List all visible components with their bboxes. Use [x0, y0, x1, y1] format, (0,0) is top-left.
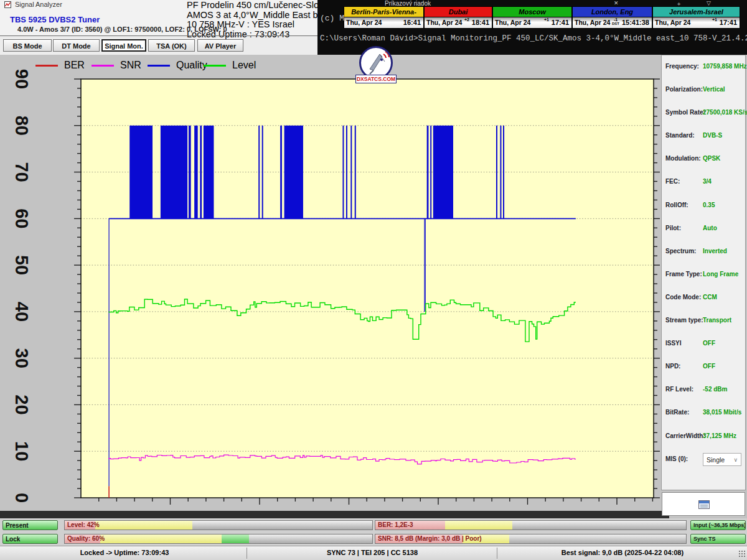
gauge-quality: Quality: 60%	[64, 534, 373, 544]
param-row-rf-level-: RF Level:-52 dBm	[662, 378, 745, 401]
clock-date: Thu, Apr 24	[426, 19, 462, 26]
save-button[interactable]	[662, 492, 745, 516]
param-value: DVB-S	[703, 132, 722, 139]
y-axis-label: 70	[12, 162, 32, 182]
tab-bs-mode[interactable]: BS Mode	[3, 39, 52, 52]
tab-signal-mon-[interactable]: Signal Mon.	[101, 39, 146, 52]
clock-time-row: Thu, Apr 24+117:41	[492, 17, 572, 29]
clock-city: London, Eng	[572, 6, 652, 17]
legend-label: BER	[64, 60, 85, 71]
param-label: NPD:	[665, 363, 680, 370]
quality-spike-block	[355, 126, 356, 219]
quality-spike-block	[258, 126, 260, 219]
y-axis-label: 30	[12, 348, 32, 368]
param-row-frame-type-: Frame Type:Long Frame	[662, 263, 745, 286]
param-row-modulation-: Modulation:QPSK	[662, 147, 745, 170]
legend-swatch	[204, 65, 226, 67]
param-row-npd-: NPD:OFF	[662, 355, 745, 378]
param-label: Standard:	[665, 132, 695, 139]
quality-spike-block	[496, 126, 497, 219]
resize-grip[interactable]	[738, 550, 746, 558]
y-axis-label: 40	[12, 302, 32, 322]
param-value: Long Frame	[703, 271, 738, 278]
quality-spike-block	[346, 126, 347, 219]
console-prompt-line[interactable]: C:\Users\Roman Dávid>Signal Monitoring_P…	[320, 34, 747, 43]
clock-london-eng: London, EngThu, Apr 24-1DST15:41:38	[572, 6, 652, 29]
tuner-title: TBS 5925 DVBS2 Tuner	[10, 15, 100, 24]
status-best-signal: Best signal: 9,0 dB (2025-04-22 04:08)	[505, 549, 740, 556]
legend-label: Quality	[176, 60, 207, 71]
param-value: Inverted	[703, 248, 727, 254]
clock-time: 16:41	[403, 19, 421, 26]
clock-jerusalem-israel: Jerusalem-IsraelThu, Apr 24+117:41	[652, 6, 740, 29]
param-label: Frame Type:	[665, 271, 702, 278]
gauge-fill	[100, 534, 222, 543]
clock-utc-offset: +1	[712, 17, 717, 22]
legend-label: SNR	[120, 60, 141, 71]
status-uptime: Locked -> Uptime: 73:09:43	[12, 549, 237, 556]
param-label: BitRate:	[665, 409, 689, 416]
param-label: RollOff:	[665, 202, 688, 208]
clock-utc-offset: +1	[544, 17, 549, 22]
param-value: Transport	[703, 317, 731, 324]
tab-av-player[interactable]: AV Player	[197, 39, 243, 52]
clock-time-row: Thu, Apr 24-1DST15:41:38	[572, 17, 652, 29]
param-label: Modulation:	[665, 155, 701, 162]
dropdown-icon[interactable]: ▽	[707, 0, 711, 6]
status-pill-lock: Lock	[2, 534, 58, 544]
param-label: MIS (0):	[665, 455, 688, 462]
status-separator	[497, 548, 497, 559]
quality-spike-block	[280, 126, 282, 219]
param-row-polarization-: Polarization:Vertical	[662, 78, 745, 101]
y-axis-label: 10	[12, 441, 32, 461]
param-value: 27500,018 KS/s	[703, 109, 747, 116]
clock-time: 17:41	[552, 19, 569, 26]
clock-time: 15:41:38	[622, 19, 649, 26]
gauge-fill	[95, 521, 192, 530]
param-label: Symbol Rate:	[665, 109, 705, 116]
tab-dt-mode[interactable]: DT Mode	[53, 39, 100, 52]
param-value: Auto	[703, 225, 717, 231]
console-copyright-fragment: (c) M	[320, 14, 344, 23]
quality-spike-block	[200, 126, 202, 219]
quality-spike-block	[427, 126, 429, 219]
mis-select[interactable]: Single∨	[703, 453, 741, 466]
legend-swatch	[92, 65, 114, 67]
legend-label: Level	[232, 60, 256, 71]
chart-bottom-edge	[0, 511, 669, 518]
param-label: Polarization:	[665, 86, 703, 93]
clock-utc-offset: +2	[464, 17, 469, 22]
param-value: CCM	[703, 294, 717, 301]
legend-item-quality: Quality	[148, 58, 201, 72]
tab-tsa-ok-[interactable]: TSA (OK)	[148, 39, 195, 52]
annotation-line-2: AMOS 3 at 4,0°W_Middle East beam	[187, 11, 340, 21]
gauge-ber: BER: 1,2E-3	[375, 520, 687, 530]
y-axis-label: 20	[12, 394, 32, 414]
world-clock-panel: Berlin-Paris-Vienna-RomaThu, Apr 2416:41…	[344, 6, 740, 29]
close-icon[interactable]: ✕	[614, 0, 619, 6]
signal-monitor-chart: BERSNRQualityLevel 0102030405060708090	[0, 55, 660, 511]
param-value: OFF	[703, 340, 715, 347]
chevron-down-icon: ∨	[733, 454, 738, 467]
y-axis-label: 60	[12, 208, 32, 228]
gauge-label: BER: 1,2E-3	[378, 521, 413, 528]
legend-item-ber: BER	[35, 58, 89, 72]
clock-dubai: DubaiThu, Apr 24+218:41	[424, 6, 492, 29]
clock-time: 17:41	[720, 19, 737, 26]
param-row-spectrum-: Spectrum:Inverted	[662, 240, 745, 263]
quality-spike-block	[129, 126, 153, 219]
clock-city: Berlin-Paris-Vienna-Roma	[344, 6, 424, 17]
param-row-frequency-: Frequency:10759,858 MHz	[662, 55, 745, 78]
param-label: Stream type:	[665, 317, 703, 324]
signal-analyzer-app: Signal Analyzer TBS 5925 DVBS2 Tuner 4.0…	[0, 0, 747, 560]
quality-spike-block	[350, 126, 352, 219]
status-pill-present: Present	[2, 520, 58, 530]
transponder-params-panel: Frequency:10759,858 MHzPolarization:Vert…	[661, 55, 746, 490]
param-label: RF Level:	[665, 386, 693, 393]
param-label: Spectrum:	[665, 248, 696, 254]
param-label: Code Mode:	[665, 294, 701, 301]
param-value: Vertical	[703, 86, 725, 93]
param-row-stream-type-: Stream type:Transport	[662, 309, 745, 332]
clock-time-row: Thu, Apr 2416:41	[344, 17, 424, 29]
quality-spike-block	[284, 126, 303, 219]
